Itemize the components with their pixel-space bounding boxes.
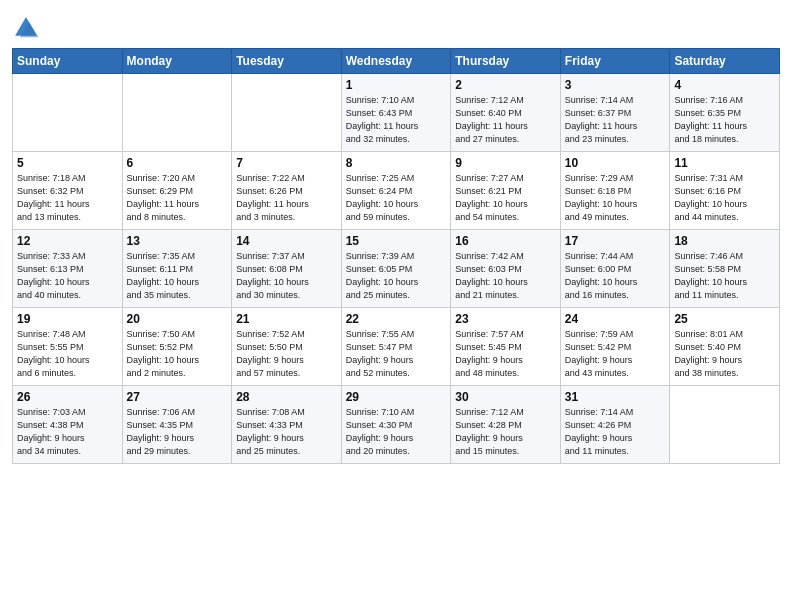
day-number: 28: [236, 390, 337, 404]
day-number: 29: [346, 390, 447, 404]
week-row-4: 19Sunrise: 7:48 AM Sunset: 5:55 PM Dayli…: [13, 308, 780, 386]
day-cell-10: 10Sunrise: 7:29 AM Sunset: 6:18 PM Dayli…: [560, 152, 670, 230]
day-number: 30: [455, 390, 556, 404]
weekday-header-monday: Monday: [122, 49, 232, 74]
day-info: Sunrise: 7:16 AM Sunset: 6:35 PM Dayligh…: [674, 94, 775, 146]
week-row-2: 5Sunrise: 7:18 AM Sunset: 6:32 PM Daylig…: [13, 152, 780, 230]
day-cell-14: 14Sunrise: 7:37 AM Sunset: 6:08 PM Dayli…: [232, 230, 342, 308]
weekday-header-row: SundayMondayTuesdayWednesdayThursdayFrid…: [13, 49, 780, 74]
day-info: Sunrise: 7:44 AM Sunset: 6:00 PM Dayligh…: [565, 250, 666, 302]
day-cell-19: 19Sunrise: 7:48 AM Sunset: 5:55 PM Dayli…: [13, 308, 123, 386]
day-info: Sunrise: 7:14 AM Sunset: 4:26 PM Dayligh…: [565, 406, 666, 458]
day-info: Sunrise: 7:22 AM Sunset: 6:26 PM Dayligh…: [236, 172, 337, 224]
day-number: 1: [346, 78, 447, 92]
day-info: Sunrise: 7:50 AM Sunset: 5:52 PM Dayligh…: [127, 328, 228, 380]
day-number: 7: [236, 156, 337, 170]
day-cell-28: 28Sunrise: 7:08 AM Sunset: 4:33 PM Dayli…: [232, 386, 342, 464]
empty-cell: [13, 74, 123, 152]
day-cell-7: 7Sunrise: 7:22 AM Sunset: 6:26 PM Daylig…: [232, 152, 342, 230]
day-cell-22: 22Sunrise: 7:55 AM Sunset: 5:47 PM Dayli…: [341, 308, 451, 386]
week-row-3: 12Sunrise: 7:33 AM Sunset: 6:13 PM Dayli…: [13, 230, 780, 308]
day-number: 4: [674, 78, 775, 92]
day-info: Sunrise: 7:48 AM Sunset: 5:55 PM Dayligh…: [17, 328, 118, 380]
day-cell-18: 18Sunrise: 7:46 AM Sunset: 5:58 PM Dayli…: [670, 230, 780, 308]
day-info: Sunrise: 7:10 AM Sunset: 6:43 PM Dayligh…: [346, 94, 447, 146]
day-info: Sunrise: 7:14 AM Sunset: 6:37 PM Dayligh…: [565, 94, 666, 146]
day-number: 11: [674, 156, 775, 170]
weekday-header-tuesday: Tuesday: [232, 49, 342, 74]
day-number: 22: [346, 312, 447, 326]
day-info: Sunrise: 7:46 AM Sunset: 5:58 PM Dayligh…: [674, 250, 775, 302]
day-info: Sunrise: 8:01 AM Sunset: 5:40 PM Dayligh…: [674, 328, 775, 380]
day-number: 19: [17, 312, 118, 326]
day-number: 5: [17, 156, 118, 170]
calendar-table: SundayMondayTuesdayWednesdayThursdayFrid…: [12, 48, 780, 464]
day-number: 20: [127, 312, 228, 326]
page: SundayMondayTuesdayWednesdayThursdayFrid…: [0, 0, 792, 612]
day-number: 16: [455, 234, 556, 248]
day-cell-8: 8Sunrise: 7:25 AM Sunset: 6:24 PM Daylig…: [341, 152, 451, 230]
day-info: Sunrise: 7:06 AM Sunset: 4:35 PM Dayligh…: [127, 406, 228, 458]
day-info: Sunrise: 7:35 AM Sunset: 6:11 PM Dayligh…: [127, 250, 228, 302]
day-cell-21: 21Sunrise: 7:52 AM Sunset: 5:50 PM Dayli…: [232, 308, 342, 386]
empty-cell: [232, 74, 342, 152]
empty-cell: [122, 74, 232, 152]
day-number: 12: [17, 234, 118, 248]
day-number: 6: [127, 156, 228, 170]
weekday-header-wednesday: Wednesday: [341, 49, 451, 74]
weekday-header-thursday: Thursday: [451, 49, 561, 74]
day-number: 18: [674, 234, 775, 248]
day-cell-15: 15Sunrise: 7:39 AM Sunset: 6:05 PM Dayli…: [341, 230, 451, 308]
day-number: 10: [565, 156, 666, 170]
day-info: Sunrise: 7:33 AM Sunset: 6:13 PM Dayligh…: [17, 250, 118, 302]
day-info: Sunrise: 7:12 AM Sunset: 6:40 PM Dayligh…: [455, 94, 556, 146]
day-number: 2: [455, 78, 556, 92]
day-number: 27: [127, 390, 228, 404]
weekday-header-saturday: Saturday: [670, 49, 780, 74]
day-cell-11: 11Sunrise: 7:31 AM Sunset: 6:16 PM Dayli…: [670, 152, 780, 230]
day-number: 25: [674, 312, 775, 326]
day-number: 13: [127, 234, 228, 248]
day-info: Sunrise: 7:25 AM Sunset: 6:24 PM Dayligh…: [346, 172, 447, 224]
day-cell-6: 6Sunrise: 7:20 AM Sunset: 6:29 PM Daylig…: [122, 152, 232, 230]
day-cell-27: 27Sunrise: 7:06 AM Sunset: 4:35 PM Dayli…: [122, 386, 232, 464]
day-number: 23: [455, 312, 556, 326]
day-info: Sunrise: 7:57 AM Sunset: 5:45 PM Dayligh…: [455, 328, 556, 380]
day-cell-24: 24Sunrise: 7:59 AM Sunset: 5:42 PM Dayli…: [560, 308, 670, 386]
day-number: 24: [565, 312, 666, 326]
day-cell-30: 30Sunrise: 7:12 AM Sunset: 4:28 PM Dayli…: [451, 386, 561, 464]
day-cell-23: 23Sunrise: 7:57 AM Sunset: 5:45 PM Dayli…: [451, 308, 561, 386]
day-cell-13: 13Sunrise: 7:35 AM Sunset: 6:11 PM Dayli…: [122, 230, 232, 308]
day-number: 9: [455, 156, 556, 170]
day-info: Sunrise: 7:29 AM Sunset: 6:18 PM Dayligh…: [565, 172, 666, 224]
day-cell-3: 3Sunrise: 7:14 AM Sunset: 6:37 PM Daylig…: [560, 74, 670, 152]
day-cell-2: 2Sunrise: 7:12 AM Sunset: 6:40 PM Daylig…: [451, 74, 561, 152]
day-info: Sunrise: 7:37 AM Sunset: 6:08 PM Dayligh…: [236, 250, 337, 302]
empty-cell: [670, 386, 780, 464]
logo: [12, 14, 42, 42]
day-number: 3: [565, 78, 666, 92]
day-cell-25: 25Sunrise: 8:01 AM Sunset: 5:40 PM Dayli…: [670, 308, 780, 386]
weekday-header-friday: Friday: [560, 49, 670, 74]
day-info: Sunrise: 7:55 AM Sunset: 5:47 PM Dayligh…: [346, 328, 447, 380]
day-cell-20: 20Sunrise: 7:50 AM Sunset: 5:52 PM Dayli…: [122, 308, 232, 386]
day-info: Sunrise: 7:52 AM Sunset: 5:50 PM Dayligh…: [236, 328, 337, 380]
week-row-5: 26Sunrise: 7:03 AM Sunset: 4:38 PM Dayli…: [13, 386, 780, 464]
day-cell-26: 26Sunrise: 7:03 AM Sunset: 4:38 PM Dayli…: [13, 386, 123, 464]
day-info: Sunrise: 7:10 AM Sunset: 4:30 PM Dayligh…: [346, 406, 447, 458]
day-number: 8: [346, 156, 447, 170]
weekday-header-sunday: Sunday: [13, 49, 123, 74]
day-info: Sunrise: 7:03 AM Sunset: 4:38 PM Dayligh…: [17, 406, 118, 458]
day-info: Sunrise: 7:08 AM Sunset: 4:33 PM Dayligh…: [236, 406, 337, 458]
day-number: 17: [565, 234, 666, 248]
day-cell-16: 16Sunrise: 7:42 AM Sunset: 6:03 PM Dayli…: [451, 230, 561, 308]
day-info: Sunrise: 7:31 AM Sunset: 6:16 PM Dayligh…: [674, 172, 775, 224]
day-info: Sunrise: 7:27 AM Sunset: 6:21 PM Dayligh…: [455, 172, 556, 224]
day-cell-5: 5Sunrise: 7:18 AM Sunset: 6:32 PM Daylig…: [13, 152, 123, 230]
day-cell-17: 17Sunrise: 7:44 AM Sunset: 6:00 PM Dayli…: [560, 230, 670, 308]
day-info: Sunrise: 7:42 AM Sunset: 6:03 PM Dayligh…: [455, 250, 556, 302]
day-cell-9: 9Sunrise: 7:27 AM Sunset: 6:21 PM Daylig…: [451, 152, 561, 230]
day-cell-4: 4Sunrise: 7:16 AM Sunset: 6:35 PM Daylig…: [670, 74, 780, 152]
day-info: Sunrise: 7:59 AM Sunset: 5:42 PM Dayligh…: [565, 328, 666, 380]
day-cell-31: 31Sunrise: 7:14 AM Sunset: 4:26 PM Dayli…: [560, 386, 670, 464]
